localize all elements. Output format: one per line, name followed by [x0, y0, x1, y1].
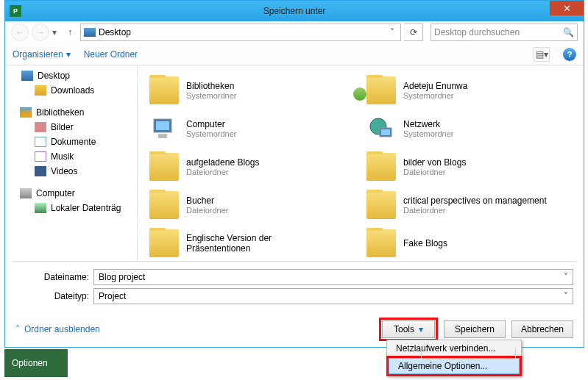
tree-localdisk[interactable]: Lokaler Datenträg	[5, 201, 137, 215]
fields: Dateiname: Blog project ˅ Dateityp: Proj…	[5, 262, 584, 309]
computer-icon	[20, 188, 32, 198]
tree-downloads[interactable]: Downloads	[5, 83, 137, 98]
chevron-down-icon[interactable]: ˅	[564, 272, 568, 282]
file-list: BibliothekenSystemordner Adeteju EnunwaS…	[138, 65, 584, 261]
list-item[interactable]: ComputerSystemordner	[144, 110, 361, 148]
videos-icon	[35, 166, 46, 176]
chevron-down-icon: ▾	[419, 324, 423, 334]
window-title: Speichern unter	[263, 6, 326, 16]
chevron-down-icon[interactable]: ˅	[564, 291, 568, 301]
documents-icon	[35, 137, 46, 147]
computer-icon	[149, 115, 179, 143]
folder-icon	[366, 153, 396, 181]
folder-icon	[366, 229, 396, 257]
ribbon-options-tab[interactable]: Optionen	[4, 349, 68, 377]
filetype-label: Dateityp:	[15, 291, 89, 301]
filetype-select[interactable]: Project ˅	[93, 288, 573, 304]
view-button[interactable]: ▤▾	[534, 47, 550, 62]
user-folder-icon	[366, 76, 396, 104]
list-item[interactable]: bilder von BlogsDateiordner	[361, 148, 578, 186]
history-dropdown-icon[interactable]: ▾	[52, 27, 60, 37]
menu-map-drive[interactable]: Netzlaufwerk verbinden...	[387, 340, 521, 356]
svg-rect-2	[158, 134, 167, 138]
svg-rect-1	[156, 121, 169, 130]
tree-documents[interactable]: Dokumente	[5, 135, 137, 149]
address-bar[interactable]: Desktop ˅	[80, 24, 401, 41]
forward-button[interactable]: →	[32, 24, 49, 41]
folder-icon	[149, 191, 179, 219]
tree-libraries[interactable]: Bibliotheken	[5, 105, 137, 120]
app-icon: P	[10, 5, 21, 17]
folder-icon	[35, 85, 46, 96]
svg-rect-5	[381, 129, 390, 135]
list-item[interactable]: BucherDateiordner	[144, 186, 361, 224]
organize-button[interactable]: Organisieren ▾	[13, 49, 71, 60]
hide-folders-button[interactable]: ˄ Ordner ausblenden	[15, 324, 100, 334]
filename-label: Dateiname:	[15, 272, 89, 282]
pictures-icon	[35, 122, 46, 132]
list-item[interactable]: Englische Version derPräsententionen	[144, 224, 361, 261]
cancel-button[interactable]: Abbrechen	[511, 320, 573, 338]
titlebar: P Speichern unter ✕	[5, 1, 584, 21]
search-input[interactable]: Desktop durchsuchen 🔍	[431, 24, 578, 41]
toolbar: Organisieren ▾ Neuer Ordner ▤▾ ?	[5, 43, 584, 65]
nav-tree: Desktop Downloads Bibliotheken Bilder Do…	[5, 65, 138, 261]
body: Desktop Downloads Bibliotheken Bilder Do…	[5, 65, 584, 261]
save-as-dialog: P Speichern unter ✕ ← → ▾ ↑ Desktop ˅ ⟳ …	[4, 0, 584, 348]
tools-button[interactable]: Tools ▾	[382, 320, 435, 338]
folder-icon	[149, 229, 179, 257]
list-item[interactable]: NetzwerkSystemordner	[361, 110, 578, 148]
libraries-icon	[149, 76, 179, 104]
search-icon: 🔍	[563, 27, 574, 37]
list-item[interactable]: aufgeladene BlogsDateiordner	[144, 148, 361, 186]
back-button[interactable]: ←	[11, 24, 29, 41]
libraries-icon	[20, 107, 32, 118]
new-folder-button[interactable]: Neuer Ordner	[84, 49, 138, 60]
list-item[interactable]: critical perspectives on managementDatei…	[361, 186, 578, 224]
location-text: Desktop	[99, 27, 387, 37]
search-placeholder: Desktop durchsuchen	[434, 27, 563, 37]
list-item[interactable]: BibliothekenSystemordner	[144, 71, 361, 110]
folder-icon	[366, 191, 396, 219]
highlight-frame: Tools ▾	[379, 318, 438, 341]
list-item[interactable]: Fake Blogs	[361, 224, 578, 261]
tree-pictures[interactable]: Bilder	[5, 120, 137, 135]
save-button[interactable]: Speichern	[444, 320, 506, 338]
user-icon	[353, 87, 366, 101]
refresh-button[interactable]: ⟳	[404, 24, 423, 41]
tree-computer[interactable]: Computer	[5, 186, 137, 201]
nav-row: ← → ▾ ↑ Desktop ˅ ⟳ Desktop durchsuchen …	[5, 21, 584, 43]
desktop-icon	[21, 71, 33, 81]
desktop-icon	[84, 28, 96, 37]
menu-general-options[interactable]: Allgemeine Optionen...	[389, 358, 520, 374]
address-dropdown-icon[interactable]: ˅	[387, 27, 397, 37]
tools-menu: Netzlaufwerk verbinden... Allgemeine Opt…	[386, 340, 522, 376]
tree-music[interactable]: Musik	[5, 149, 137, 164]
chevron-down-icon: ▾	[66, 49, 71, 60]
tree-videos[interactable]: Videos	[5, 164, 137, 179]
music-icon	[35, 151, 46, 162]
close-button[interactable]: ✕	[550, 1, 584, 15]
drive-icon	[35, 203, 46, 213]
tree-desktop[interactable]: Desktop	[5, 68, 137, 83]
help-icon[interactable]: ?	[563, 48, 576, 61]
folder-icon	[149, 153, 179, 181]
list-item[interactable]: Adeteju EnunwaSystemordner	[361, 71, 578, 110]
network-icon	[366, 115, 396, 143]
chevron-up-icon: ˄	[15, 324, 20, 334]
up-button[interactable]: ↑	[63, 25, 77, 40]
filename-input[interactable]: Blog project ˅	[93, 269, 573, 285]
